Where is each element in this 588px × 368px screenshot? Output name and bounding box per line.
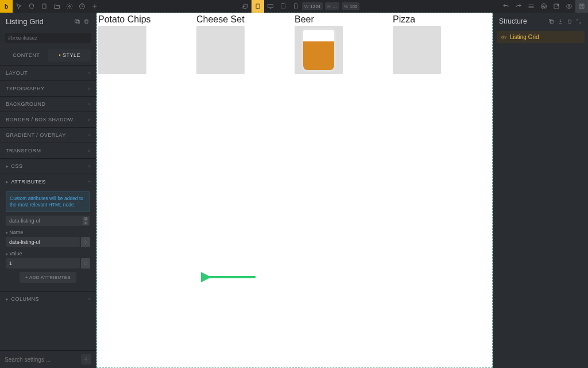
item-image (295, 26, 343, 74)
page-icon[interactable] (38, 0, 51, 13)
canvas[interactable]: Potato Chips Cheese Set Beer Pizza (96, 13, 493, 368)
svg-rect-6 (294, 4, 297, 9)
refresh-icon[interactable] (239, 0, 252, 13)
attr-value-label: Value (6, 251, 90, 256)
section-border[interactable]: BORDER / BOX SHADOW› (0, 112, 96, 127)
undo-icon[interactable] (500, 0, 512, 13)
section-typography[interactable]: TYPOGRAPHY› (0, 80, 96, 96)
right-panel: Structure div Listing Grid (493, 13, 588, 368)
svg-rect-15 (550, 20, 553, 23)
redo-icon[interactable] (512, 0, 525, 13)
list-item[interactable]: Potato Chips (98, 14, 196, 74)
svg-point-9 (568, 6, 570, 7)
trash-icon[interactable] (566, 18, 573, 25)
tab-content[interactable]: CONTENT (5, 49, 48, 62)
shield-icon[interactable] (25, 0, 38, 13)
list-item[interactable]: Cheese Set (196, 14, 295, 74)
copy-icon[interactable] (548, 18, 555, 25)
element-header: Listing Grid (0, 13, 96, 30)
wordpress-icon[interactable] (537, 0, 550, 13)
section-layout[interactable]: LAYOUT› (0, 65, 96, 80)
attribute-chip[interactable]: data-listing-ul ⧉ × (6, 216, 90, 226)
item-title: Beer (295, 14, 392, 25)
svg-rect-4 (268, 5, 273, 8)
help-icon[interactable] (76, 0, 88, 13)
attributes-note: Custom attributes will be added to the m… (6, 191, 90, 212)
item-title: Cheese Set (196, 14, 293, 25)
delete-icon[interactable] (82, 18, 90, 26)
topbar: b W1224 H… %100 (0, 0, 588, 13)
section-transform[interactable]: TRANSFORM› (0, 143, 96, 158)
breakpoint-base-icon[interactable] (252, 0, 264, 13)
clone-icon[interactable] (73, 18, 81, 26)
svg-point-7 (541, 4, 547, 9)
search-settings-input[interactable] (5, 356, 78, 363)
attr-name-dynamic-icon[interactable] (81, 237, 90, 247)
breakpoint-tablet-icon[interactable] (277, 0, 289, 13)
app-logo[interactable]: b (0, 0, 13, 13)
svg-rect-5 (281, 4, 285, 9)
item-title: Pizza (393, 14, 490, 25)
attr-name-label: Name (6, 229, 90, 235)
canvas-width-box[interactable]: W1224 (302, 2, 323, 10)
item-image (196, 26, 245, 74)
breakpoint-desktop-icon[interactable] (264, 0, 277, 13)
section-columns[interactable]: COLUMNS› (0, 291, 96, 306)
left-footer (0, 350, 96, 368)
add-attributes-button[interactable]: + ADD ATTRIBUTES (20, 272, 76, 283)
canvas-zoom-box[interactable]: %100 (342, 2, 359, 10)
section-css[interactable]: CSS› (0, 158, 96, 174)
attr-name-input[interactable] (6, 237, 80, 247)
svg-point-1 (69, 6, 71, 7)
preview-icon[interactable] (563, 0, 575, 13)
section-gradient[interactable]: GRADIENT / OVERLAY› (0, 127, 96, 143)
svg-rect-0 (42, 4, 46, 9)
structure-title: Structure (499, 17, 527, 25)
structure-header: Structure (493, 13, 588, 31)
tree-item-type: div (501, 35, 506, 39)
pointer-icon[interactable] (13, 0, 25, 13)
svg-point-13 (86, 359, 87, 361)
external-icon[interactable] (550, 0, 563, 13)
footer-gear-icon[interactable] (81, 354, 91, 365)
folder-icon[interactable] (51, 0, 63, 13)
svg-rect-16 (550, 20, 552, 22)
svg-rect-3 (256, 4, 260, 9)
item-title: Potato Chips (98, 14, 195, 25)
svg-rect-10 (579, 4, 584, 9)
item-image (98, 26, 146, 74)
svg-rect-12 (75, 20, 78, 23)
tree-item-listing-grid[interactable]: div Listing Grid (497, 31, 585, 43)
gear-icon[interactable] (63, 0, 76, 13)
attr-value-input[interactable] (6, 258, 80, 269)
section-background[interactable]: BACKGROUND› (0, 96, 96, 112)
list-item[interactable]: Pizza (393, 14, 491, 74)
save-icon[interactable] (575, 0, 588, 13)
chip-duplicate-icon[interactable]: ⧉ (83, 217, 88, 221)
listing-grid-element[interactable]: Potato Chips Cheese Set Beer Pizza (96, 13, 493, 368)
tree-item-label: Listing Grid (510, 34, 539, 40)
download-icon[interactable] (557, 18, 564, 25)
element-id-box[interactable]: #brxe-ikasez (5, 33, 91, 43)
svg-rect-11 (76, 21, 79, 24)
attr-value-dynamic-icon[interactable] (81, 258, 90, 269)
section-attributes[interactable]: ATTRIBUTES› (0, 174, 96, 189)
tab-style[interactable]: STYLE (48, 49, 92, 62)
revisions-icon[interactable] (525, 0, 537, 13)
canvas-height-box[interactable]: H… (325, 2, 339, 10)
chip-remove-icon[interactable]: × (83, 221, 88, 225)
item-image (393, 26, 441, 74)
list-item[interactable]: Beer (295, 14, 393, 74)
element-title: Listing Grid (6, 17, 44, 26)
expand-icon[interactable] (575, 18, 582, 25)
left-panel: Listing Grid #brxe-ikasez CONTENT STYLE … (0, 13, 96, 368)
breakpoint-mobile-icon[interactable] (289, 0, 302, 13)
section-attributes-body: Custom attributes will be added to the m… (0, 189, 96, 291)
add-icon[interactable] (88, 0, 101, 13)
